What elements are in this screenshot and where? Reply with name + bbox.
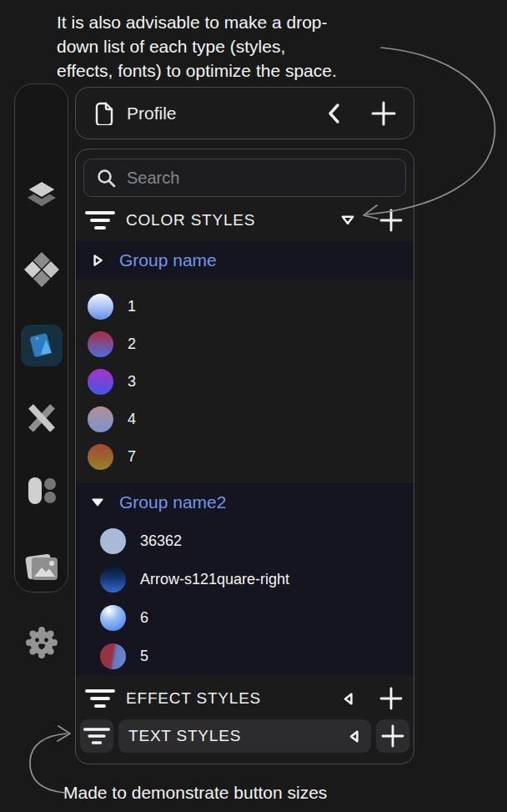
color-swatch	[100, 643, 126, 669]
add-color-style-button[interactable]	[379, 208, 404, 233]
search-box	[83, 159, 406, 197]
group-name: Group name	[119, 250, 217, 270]
triangle-down-icon	[92, 498, 103, 507]
style-item-row[interactable]: 5	[76, 637, 414, 675]
color-swatch	[88, 406, 113, 432]
style-item-label: 6	[140, 609, 148, 627]
filter-icon[interactable]	[84, 688, 116, 709]
add-page-button[interactable]	[369, 99, 398, 128]
page-title: Profile	[127, 103, 177, 124]
color-swatch	[100, 567, 126, 593]
group1-items: 1 2 3 4 7	[76, 288, 414, 476]
style-item-label: 3	[128, 373, 136, 391]
collapse-dropdown-icon[interactable]	[340, 214, 355, 226]
file-icon	[94, 101, 114, 125]
text-styles-label: TEXT STYLES	[128, 727, 241, 745]
color-swatch	[100, 605, 126, 631]
style-item-label: 5	[140, 648, 148, 665]
back-chevron-button[interactable]	[327, 103, 340, 124]
active-plugin-icon[interactable]	[21, 325, 63, 366]
components-icon[interactable]	[22, 250, 62, 290]
profile-header-panel: Profile	[75, 87, 414, 139]
text-styles-section-row: TEXT STYLES	[80, 719, 409, 754]
group-header-1[interactable]: Group name	[76, 241, 414, 280]
styles-panel: COLOR STYLES Group name 1 2	[75, 149, 414, 764]
style-item-row[interactable]: 1	[76, 288, 414, 325]
filter-icon-button[interactable]	[80, 719, 113, 753]
effect-styles-label: EFFECT STYLES	[126, 689, 261, 708]
images-icon[interactable]	[24, 552, 59, 583]
layout-icon[interactable]	[26, 476, 58, 506]
style-item-row[interactable]: 36362	[76, 522, 414, 560]
bottom-annotation: Made to demonstrate button sizes	[63, 783, 327, 803]
group2-section: Group name2 36362 Arrow-s121quare-right …	[76, 483, 414, 675]
color-styles-label: COLOR STYLES	[126, 211, 255, 229]
style-item-row[interactable]: 2	[76, 325, 414, 363]
color-swatch	[88, 369, 113, 395]
style-item-row[interactable]: Arrow-s121quare-right	[76, 560, 414, 598]
style-item-row[interactable]: 7	[76, 438, 414, 476]
top-annotation-line: It is also advisable to make a drop-	[57, 10, 337, 34]
top-annotation: It is also advisable to make a drop- dow…	[57, 10, 337, 83]
style-item-label: 4	[128, 411, 136, 428]
bottom-arrow-curve	[30, 734, 67, 793]
expand-left-icon[interactable]	[340, 692, 355, 706]
top-annotation-line: down list of each type (styles,	[57, 34, 337, 58]
top-annotation-line: effects, fonts) to optimize the space.	[57, 58, 337, 83]
text-styles-button[interactable]: TEXT STYLES	[118, 719, 371, 753]
style-item-row[interactable]: 4	[76, 401, 414, 438]
style-item-label: Arrow-s121quare-right	[140, 571, 289, 588]
sticker-smiley-icon[interactable]	[23, 624, 60, 661]
color-swatch	[88, 331, 113, 357]
style-item-row[interactable]: 3	[76, 363, 414, 401]
color-swatch	[88, 444, 113, 470]
plugin-sidebar	[14, 83, 68, 593]
layers-icon[interactable]	[23, 178, 61, 214]
color-styles-section-row: COLOR STYLES	[76, 201, 414, 240]
group-header-2[interactable]: Group name2	[76, 483, 414, 522]
style-item-label: 7	[128, 448, 136, 466]
effect-styles-section-row: EFFECT STYLES	[76, 680, 414, 717]
add-text-style-button[interactable]	[376, 719, 409, 753]
bottom-arrow-head	[58, 726, 70, 741]
color-swatch	[100, 528, 126, 554]
group-name: Group name2	[119, 492, 226, 512]
color-swatch	[88, 294, 113, 320]
search-icon	[97, 169, 116, 188]
expand-left-icon[interactable]	[349, 729, 359, 744]
style-item-label: 36362	[140, 532, 182, 550]
x-icon[interactable]	[25, 401, 58, 435]
style-item-label: 1	[128, 298, 136, 315]
search-input[interactable]	[127, 169, 393, 188]
style-item-row[interactable]: 6	[76, 598, 414, 637]
style-item-label: 2	[128, 335, 136, 353]
add-effect-style-button[interactable]	[379, 686, 404, 711]
filter-icon[interactable]	[84, 209, 116, 231]
triangle-right-icon	[92, 254, 103, 267]
